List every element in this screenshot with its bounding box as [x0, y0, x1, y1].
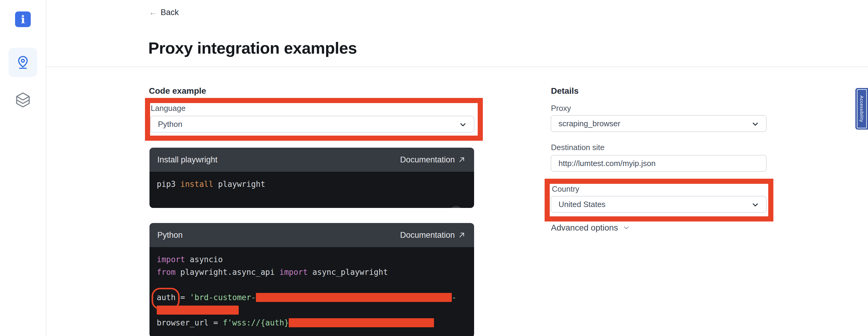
destination-site-input[interactable]: http://lumtest.com/myip.json [551, 155, 767, 172]
country-select[interactable]: United States [551, 196, 767, 213]
sidebar-item-proxies[interactable] [8, 48, 37, 77]
chevron-down-icon [459, 121, 467, 129]
install-code-block: Install playwright Documentation pip3 in… [150, 148, 474, 208]
code-token: - [452, 293, 457, 302]
advanced-options-toggle[interactable]: Advanced options [551, 223, 630, 233]
code-line [157, 278, 474, 291]
code-token: import [279, 268, 308, 277]
chevron-down-icon [751, 120, 760, 128]
redaction-bar [289, 318, 434, 327]
code-token: playwright.async_api [176, 268, 279, 277]
destination-site-value: http://lumtest.com/myip.json [558, 159, 655, 168]
country-label: Country [552, 184, 579, 194]
code-token: asyncio [185, 255, 223, 264]
code-line [157, 304, 474, 316]
code-line: pip3 install playwright [157, 178, 474, 190]
install-documentation-link[interactable]: Documentation [400, 155, 466, 164]
back-label: Back [161, 8, 179, 17]
country-select-value: United States [558, 200, 606, 209]
python-code-body: import asynciofrom playwright.async_api … [150, 247, 474, 336]
code-line: from playwright.async_api import async_p… [157, 266, 474, 278]
redaction-bar [256, 293, 452, 302]
code-token: from [157, 268, 176, 277]
code-token: import [157, 255, 185, 264]
code-token: = [176, 293, 190, 302]
back-button[interactable]: ← Back [149, 8, 179, 17]
layers-icon [14, 92, 31, 110]
details-heading: Details [551, 86, 579, 96]
code-line: browser_url = f'wss://{auth} [157, 316, 474, 329]
code-line: auth = 'brd-customer-- [157, 291, 474, 304]
chevron-down-icon [622, 224, 630, 232]
code-line: import asyncio [157, 253, 474, 266]
python-documentation-link[interactable]: Documentation [400, 231, 466, 240]
sidebar-item-datasets[interactable] [13, 90, 33, 111]
destination-site-label: Destination site [551, 143, 604, 152]
code-token: f'wss://{auth} [223, 318, 289, 327]
language-select-value: Python [158, 120, 182, 129]
language-label: Language [151, 104, 186, 113]
code-token: install [180, 180, 213, 189]
python-code-block: Python Documentation import asynciofrom … [150, 223, 474, 336]
proxy-label: Proxy [551, 104, 571, 113]
code-token: playwright [213, 180, 265, 189]
code-example-heading: Code example [149, 86, 206, 96]
code-token: browser_url [157, 318, 209, 327]
redaction-bar [157, 306, 239, 315]
language-select[interactable]: Python [150, 116, 474, 132]
code-token: 'brd-customer- [190, 293, 256, 302]
back-arrow-icon: ← [149, 8, 157, 17]
location-pin-icon [15, 55, 31, 70]
proxy-select[interactable]: scraping_browser [551, 115, 767, 132]
copy-button[interactable] [447, 206, 465, 208]
proxy-select-value: scraping_browser [558, 119, 620, 128]
accessibility-tab[interactable]: Accessibility [855, 88, 868, 129]
title-divider [46, 67, 868, 67]
python-block-title: Python [157, 231, 183, 240]
code-token: async_playwright [308, 268, 388, 277]
external-link-arrow-icon [458, 231, 466, 239]
external-link-arrow-icon [458, 156, 466, 164]
install-block-title: Install playwright [157, 155, 218, 164]
code-token: = [209, 318, 223, 327]
code-token: pip3 [157, 180, 180, 189]
proxy-integration-page: i ← Back Proxy integration examples Code… [0, 0, 868, 336]
info-icon[interactable]: i [15, 11, 31, 27]
page-title: Proxy integration examples [148, 38, 357, 57]
sidebar: i [0, 0, 46, 336]
accessibility-label: Accessibility [859, 95, 864, 122]
chevron-down-icon [751, 201, 760, 209]
install-code-body: pip3 install playwright [150, 172, 474, 208]
annotated-code-token: auth [157, 291, 176, 304]
